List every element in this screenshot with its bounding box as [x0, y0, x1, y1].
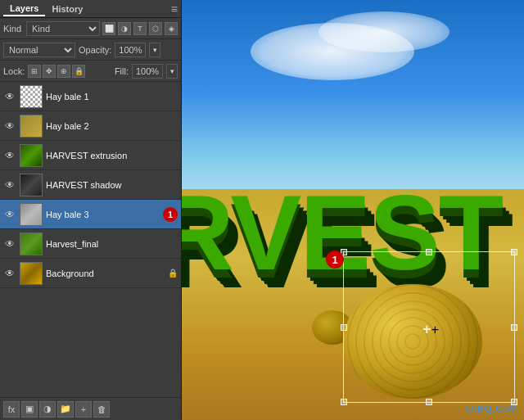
- lock-background-icon: 🔒: [168, 269, 178, 278]
- handle-ml[interactable]: [341, 324, 347, 331]
- fill-arrow[interactable]: ▾: [166, 64, 178, 79]
- layer-item-hay-bale-1[interactable]: 👁 Hay bale 1: [0, 82, 181, 111]
- hay-bale-canvas[interactable]: +: [327, 251, 507, 399]
- tab-history[interactable]: History: [45, 2, 89, 16]
- layer-item-harvest-extrusion[interactable]: 👁 HARVEST extrusion: [0, 141, 181, 170]
- tab-layers[interactable]: Layers: [3, 2, 45, 16]
- opacity-arrow[interactable]: ▾: [149, 43, 160, 57]
- handle-tr[interactable]: [511, 249, 517, 255]
- panel-menu-icon[interactable]: ≡: [171, 2, 178, 16]
- fill-input[interactable]: [132, 64, 163, 79]
- lock-pixels-icon[interactable]: ⊞: [28, 65, 41, 78]
- layer-item-harvest-final[interactable]: 👁 Harvest_final: [0, 229, 181, 259]
- watermark: UiBQ.CoM: [467, 404, 517, 413]
- layer-name-harvest-final: Harvest_final: [46, 239, 178, 249]
- layer-item-harvest-shadow[interactable]: 👁 HARVEST shadow: [0, 170, 181, 200]
- handle-bl[interactable]: [341, 399, 347, 405]
- lock-row: Lock: ⊞ ✥ ⊕ 🔒 Fill: ▾: [0, 61, 181, 82]
- kind-select[interactable]: Kind: [26, 21, 100, 36]
- thumb-harvest-extrusion: [20, 144, 43, 167]
- panel-tabs: Layers History ≡: [0, 0, 181, 18]
- canvas-area: RVEST RVEST + 1 UiBQ.C: [182, 0, 524, 420]
- new-layer-button[interactable]: +: [75, 401, 92, 418]
- visibility-background[interactable]: 👁: [3, 267, 16, 280]
- visibility-harvest-extrusion[interactable]: 👁: [3, 149, 16, 162]
- layer-name-harvest-shadow: HARVEST shadow: [46, 180, 178, 190]
- thumb-hay-bale-2: [20, 115, 43, 138]
- visibility-hay-bale-1[interactable]: 👁: [3, 90, 16, 103]
- visibility-harvest-final[interactable]: 👁: [3, 237, 16, 251]
- visibility-harvest-shadow[interactable]: 👁: [3, 178, 16, 192]
- layer-item-background[interactable]: 👁 Background 🔒: [0, 259, 181, 288]
- layer-name-background: Background: [46, 269, 165, 278]
- fx-button[interactable]: fx: [3, 401, 20, 418]
- smart-icon[interactable]: ◈: [165, 22, 178, 35]
- lock-all-icon[interactable]: 🔒: [72, 65, 85, 78]
- thumb-hay-bale-1: [20, 85, 43, 108]
- thumb-harvest-final: [20, 233, 43, 255]
- type-icon[interactable]: T: [133, 22, 147, 35]
- shape-icon[interactable]: ⬡: [149, 22, 162, 35]
- filter-row: Kind Kind ⬜ ◑ T ⬡ ◈: [0, 18, 181, 39]
- lock-label: Lock:: [3, 66, 25, 76]
- blend-row: Normal Opacity: ▾: [0, 39, 181, 61]
- adjustment-button[interactable]: ◑: [39, 401, 56, 418]
- layer-item-hay-bale-2[interactable]: 👁 Hay bale 2: [0, 111, 181, 141]
- mask-button[interactable]: ▣: [21, 401, 38, 418]
- cloud-2: [318, 11, 449, 52]
- thumb-hay-bale-3: [20, 203, 43, 226]
- lock-icons: ⊞ ✥ ⊕ 🔒: [28, 65, 85, 78]
- crosshair-icon: +: [422, 321, 436, 334]
- thumb-harvest-shadow: [20, 174, 43, 196]
- opacity-label: Opacity:: [79, 45, 111, 55]
- handle-bm[interactable]: [426, 399, 432, 405]
- delete-layer-button[interactable]: 🗑: [93, 401, 110, 418]
- layers-list: 👁 Hay bale 1 👁 Hay bale 2 👁: [0, 82, 181, 397]
- layer-name-hay-bale-3: Hay bale 3: [46, 210, 160, 219]
- thumb-background: [20, 262, 43, 285]
- kind-label: Kind: [3, 24, 21, 34]
- visibility-hay-bale-3[interactable]: 👁: [3, 208, 16, 221]
- adjustment-icon[interactable]: ◑: [118, 22, 131, 35]
- app-container: Layers History ≡ Kind Kind ⬜ ◑ T ⬡ ◈ Nor…: [0, 0, 524, 420]
- layer-badge-1: 1: [163, 207, 178, 222]
- layer-name-hay-bale-1: Hay bale 1: [46, 92, 178, 102]
- pixel-icon[interactable]: ⬜: [102, 22, 115, 35]
- canvas-badge: 1: [326, 251, 344, 269]
- blend-mode-select[interactable]: Normal: [3, 43, 75, 57]
- opacity-input[interactable]: [115, 43, 146, 57]
- fill-label: Fill:: [115, 66, 129, 76]
- layers-panel: Layers History ≡ Kind Kind ⬜ ◑ T ⬡ ◈ Nor…: [0, 0, 182, 420]
- layer-item-hay-bale-3[interactable]: 👁 Hay bale 3 1: [0, 200, 181, 229]
- layer-name-hay-bale-2: Hay bale 2: [46, 121, 178, 131]
- handle-tm[interactable]: [426, 249, 432, 255]
- lock-position-icon[interactable]: ✥: [43, 65, 56, 78]
- lock-artboard-icon[interactable]: ⊕: [57, 65, 70, 78]
- handle-mr[interactable]: [511, 324, 517, 331]
- layer-name-harvest-extrusion: HARVEST extrusion: [46, 151, 178, 160]
- group-button[interactable]: 📁: [57, 401, 74, 418]
- visibility-hay-bale-2[interactable]: 👁: [3, 120, 16, 133]
- panel-bottom: fx ▣ ◑ 📁 + 🗑: [0, 397, 181, 420]
- selection-box: +: [343, 251, 515, 403]
